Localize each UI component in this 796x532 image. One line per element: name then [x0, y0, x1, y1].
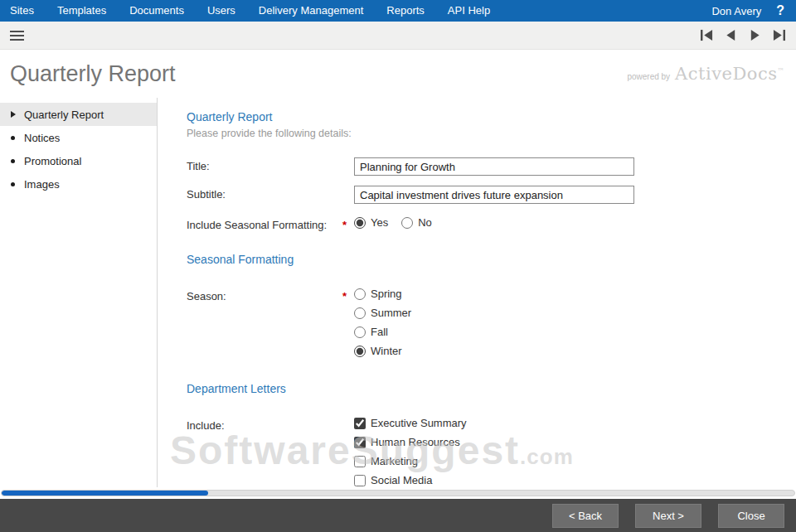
- close-button[interactable]: Close: [718, 504, 784, 528]
- brand-logo: powered by ActiveDocs™: [627, 64, 784, 84]
- seasonal-yes-label: Yes: [371, 216, 388, 229]
- nav-item-sites[interactable]: Sites: [0, 0, 46, 22]
- section-subtitle: Please provide the following details:: [187, 128, 796, 139]
- sidebar-item-images[interactable]: Images: [0, 172, 157, 196]
- powered-by-label: powered by: [627, 72, 670, 81]
- wizard-sidebar: Quarterly Report Notices Promotional Ima…: [0, 98, 158, 487]
- bullet-icon: [11, 159, 15, 163]
- footer-bar: < Back Next > Close: [0, 499, 796, 532]
- sidebar-item-notices[interactable]: Notices: [0, 126, 157, 149]
- include-social-media-option[interactable]: Social Media: [354, 474, 796, 486]
- human-resources-checkbox[interactable]: [354, 437, 366, 448]
- nav-item-delivery-management[interactable]: Delivery Management: [247, 0, 375, 22]
- activedocs-logo: ActiveDocs™: [675, 64, 784, 84]
- season-summer-label: Summer: [371, 307, 411, 319]
- main-area: Quarterly Report Notices Promotional Ima…: [0, 98, 796, 487]
- season-winter-label: Winter: [371, 345, 402, 357]
- season-fall-radio[interactable]: [354, 326, 366, 338]
- executive-summary-label: Executive Summary: [371, 417, 467, 429]
- seasonal-no-option[interactable]: No: [401, 216, 432, 229]
- sidebar-item-label: Promotional: [24, 155, 81, 167]
- section-heading-quarterly-report: Quarterly Report: [187, 110, 796, 123]
- nav-item-reports[interactable]: Reports: [375, 0, 436, 22]
- sidebar-item-label: Images: [24, 178, 60, 191]
- bullet-icon: [11, 136, 15, 140]
- nav-item-documents[interactable]: Documents: [118, 0, 196, 22]
- seasonal-no-radio[interactable]: [401, 217, 413, 229]
- next-button[interactable]: Next >: [635, 504, 701, 528]
- season-summer-radio[interactable]: [354, 307, 366, 319]
- subtitle-label: Subtitle:: [187, 186, 342, 201]
- include-label: Include:: [187, 417, 342, 432]
- human-resources-label: Human Resources: [371, 436, 460, 448]
- required-asterisk: *: [342, 216, 354, 231]
- seasonal-yes-radio[interactable]: [354, 217, 366, 229]
- previous-page-icon[interactable]: [724, 29, 738, 41]
- title-bar: Quarterly Report powered by ActiveDocs™: [0, 50, 796, 98]
- subtitle-input[interactable]: [354, 186, 634, 204]
- record-pager: [700, 29, 786, 41]
- executive-summary-checkbox[interactable]: [354, 418, 366, 429]
- season-spring-option[interactable]: Spring: [354, 288, 796, 300]
- section-heading-department-letters: Department Letters: [187, 382, 796, 395]
- help-icon[interactable]: ?: [776, 3, 784, 18]
- toolbar: [0, 22, 796, 50]
- season-fall-label: Fall: [371, 326, 388, 338]
- next-page-icon[interactable]: [748, 29, 762, 41]
- section-heading-seasonal-formatting: Seasonal Formatting: [187, 253, 796, 266]
- season-spring-label: Spring: [371, 288, 402, 300]
- title-label: Title:: [187, 157, 342, 172]
- season-summer-option[interactable]: Summer: [354, 307, 796, 319]
- season-spring-radio[interactable]: [354, 288, 366, 300]
- include-marketing-option[interactable]: Marketing: [354, 455, 796, 467]
- include-executive-summary-option[interactable]: Executive Summary: [354, 417, 796, 429]
- social-media-checkbox[interactable]: [354, 475, 366, 486]
- wizard-progress: [0, 487, 796, 499]
- back-button[interactable]: < Back: [552, 504, 619, 528]
- top-nav: Sites Templates Documents Users Delivery…: [0, 0, 796, 22]
- first-page-icon[interactable]: [700, 29, 714, 41]
- include-human-resources-option[interactable]: Human Resources: [354, 436, 796, 448]
- menu-icon[interactable]: [10, 31, 24, 41]
- nav-item-users[interactable]: Users: [196, 0, 247, 22]
- last-page-icon[interactable]: [772, 29, 786, 41]
- nav-item-templates[interactable]: Templates: [46, 0, 118, 22]
- marketing-checkbox[interactable]: [354, 456, 366, 467]
- season-winter-option[interactable]: Winter: [354, 345, 796, 357]
- season-fall-option[interactable]: Fall: [354, 326, 796, 338]
- title-input[interactable]: [354, 157, 634, 176]
- season-label: Season:: [187, 288, 342, 302]
- marketing-label: Marketing: [371, 455, 418, 467]
- seasonal-yes-option[interactable]: Yes: [354, 216, 388, 229]
- required-asterisk: *: [342, 288, 354, 302]
- sidebar-item-label: Notices: [24, 132, 60, 144]
- progress-fill: [2, 491, 208, 496]
- bullet-icon: [11, 182, 15, 186]
- season-winter-radio[interactable]: [354, 346, 366, 357]
- sidebar-item-promotional[interactable]: Promotional: [0, 149, 157, 172]
- seasonal-no-label: No: [418, 216, 432, 229]
- page-title: Quarterly Report: [10, 61, 176, 87]
- nav-item-api-help[interactable]: API Help: [436, 0, 502, 22]
- social-media-label: Social Media: [371, 474, 432, 486]
- sidebar-item-quarterly-report[interactable]: Quarterly Report: [0, 103, 157, 126]
- progress-track: [1, 490, 795, 496]
- form-content: Quarterly Report Please provide the foll…: [158, 98, 796, 487]
- sidebar-item-label: Quarterly Report: [24, 109, 104, 121]
- trademark-symbol: ™: [778, 67, 785, 75]
- user-menu[interactable]: Don Avery: [711, 5, 761, 17]
- current-step-arrow-icon: [11, 111, 16, 118]
- seasonal-formatting-label: Include Seasonal Formatting:: [187, 216, 342, 231]
